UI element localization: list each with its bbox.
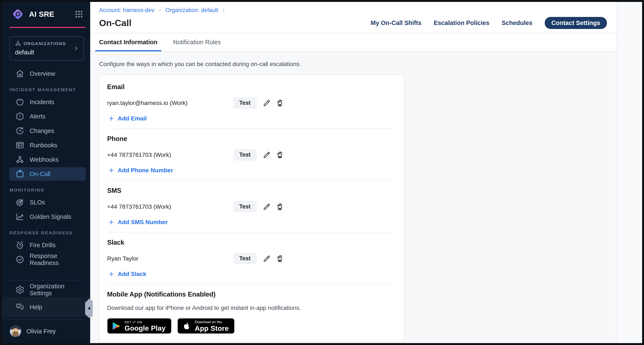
email-value: ryan.taylor@harness.io (Work) (107, 100, 233, 106)
sms-value: +44 7873761703 (Work) (107, 204, 233, 210)
pencil-icon (262, 254, 271, 263)
tab-notification-rules[interactable]: Notification Rules (169, 33, 225, 51)
phone-delete-button[interactable] (276, 151, 284, 159)
sidebar-item-label: Overview (30, 70, 55, 77)
sidebar-item-runbooks[interactable]: Runbooks (9, 138, 86, 152)
store-badges: GET IT ON Google Play Download on the Ap… (107, 318, 396, 334)
app-grid-icon[interactable] (74, 10, 84, 19)
sidebar-item-fire-drills[interactable]: Fire Drills (9, 238, 86, 252)
trash-icon (276, 202, 284, 211)
slack-edit-button[interactable] (262, 254, 271, 263)
slack-delete-button[interactable] (276, 254, 284, 263)
sidebar-item-label: Response Readiness (30, 252, 86, 266)
nav-escalation-policies[interactable]: Escalation Policies (434, 20, 490, 26)
google-play-icon (112, 322, 121, 330)
breadcrumb-account-link[interactable]: Account: harness-dev (99, 7, 154, 14)
sms-edit-button[interactable] (262, 202, 271, 211)
user-menu[interactable]: Olivia Frey (2, 322, 90, 343)
email-delete-button[interactable] (276, 99, 284, 107)
phone-section-title: Phone (107, 135, 396, 143)
nav-schedules[interactable]: Schedules (502, 20, 532, 26)
email-test-button[interactable]: Test (233, 97, 256, 109)
app-title: AI SRE (29, 10, 54, 18)
calendar-icon (15, 169, 24, 179)
slack-test-button[interactable]: Test (233, 253, 256, 264)
collapse-left-icon (87, 306, 91, 311)
google-play-tagline: GET IT ON (124, 320, 166, 324)
alarm-clock-icon (15, 240, 24, 250)
nav-my-oncall-shifts[interactable]: My On-Call Shifts (371, 20, 422, 26)
pencil-icon (262, 151, 271, 159)
sidebar-item-label: Alerts (30, 113, 45, 120)
right-rail (617, 2, 642, 343)
divider (107, 128, 396, 129)
sidebar-footer: Organization Settings ? Help Olivia Frey (2, 278, 90, 343)
app-store-tagline: Download on the (195, 320, 229, 324)
nav-contact-settings-button[interactable]: Contact Settings (545, 17, 607, 29)
phone-edit-button[interactable] (262, 151, 271, 159)
sidebar-item-webhooks[interactable]: Webhooks (9, 153, 86, 166)
avatar (10, 325, 22, 337)
sidebar-item-label: Changes (30, 128, 54, 134)
plus-icon (108, 168, 114, 173)
sidebar-item-overview[interactable]: Overview (9, 67, 86, 80)
sidebar: AI SRE ORGANIZATIONS default (2, 2, 90, 343)
gear-icon (15, 285, 24, 294)
chevron-right-icon (222, 8, 226, 12)
app-store-badge[interactable]: Download on the App Store (178, 318, 234, 334)
chevron-right-icon (73, 45, 79, 52)
email-edit-button[interactable] (262, 99, 271, 107)
breadcrumb: Account: harness-dev Organization: defau… (99, 7, 607, 14)
sidebar-item-label: On-Call (30, 170, 50, 178)
sidebar-nav: Overview INCIDENT MANAGEMENT Incidents A… (2, 66, 90, 267)
sidebar-item-golden-signals[interactable]: Golden Signals (9, 210, 86, 224)
tab-contact-information[interactable]: Contact Information (95, 33, 161, 51)
sidebar-item-incidents[interactable]: Incidents (9, 95, 86, 109)
organization-value: default (15, 49, 78, 56)
user-name: Olivia Frey (26, 328, 56, 335)
sidebar-item-label: Fire Drills (30, 242, 56, 249)
sidebar-item-response-readiness[interactable]: Response Readiness (9, 253, 86, 266)
runbook-icon (15, 140, 24, 150)
svg-text:?: ? (18, 304, 20, 307)
plus-icon (108, 271, 114, 277)
apple-icon (182, 322, 191, 330)
divider (7, 320, 85, 320)
google-play-store-name: Google Play (124, 325, 166, 332)
divider (7, 280, 85, 280)
add-slack-link[interactable]: Add Slack (108, 271, 146, 278)
add-phone-link[interactable]: Add Phone Number (108, 167, 173, 174)
page-title: On-Call (99, 18, 132, 28)
phone-test-button[interactable]: Test (233, 149, 256, 161)
phone-value: +44 7873761703 (Work) (107, 152, 233, 158)
incident-icon (15, 97, 24, 107)
trash-icon (276, 151, 284, 159)
ai-sre-logo-icon (11, 8, 24, 21)
sidebar-collapse-handle[interactable] (85, 299, 93, 318)
sidebar-item-help[interactable]: ? Help (9, 300, 86, 314)
add-email-link[interactable]: Add Email (108, 115, 147, 122)
sidebar-item-alerts[interactable]: Alerts (9, 110, 86, 123)
google-play-badge[interactable]: GET IT ON Google Play (107, 318, 172, 334)
app-logo[interactable]: AI SRE (11, 8, 54, 21)
sidebar-item-on-call[interactable]: On-Call (9, 167, 86, 181)
add-phone-label: Add Phone Number (118, 167, 173, 174)
check-circle-icon (15, 255, 24, 264)
contact-description: Configure the ways in which you can be c… (99, 61, 617, 68)
organization-selector[interactable]: ORGANIZATIONS default (10, 36, 84, 60)
sms-delete-button[interactable] (276, 202, 284, 211)
sidebar-item-label: Webhooks (30, 156, 59, 163)
breadcrumb-organization-link[interactable]: Organization: default (165, 7, 218, 14)
add-sms-link[interactable]: Add SMS Number (108, 219, 168, 226)
phone-contact-row: +44 7873761703 (Work) Test (107, 149, 396, 161)
sidebar-item-changes[interactable]: Changes (9, 124, 86, 138)
oncall-top-nav: My On-Call Shifts Escalation Policies Sc… (371, 17, 607, 29)
organizations-label: ORGANIZATIONS (24, 41, 66, 46)
sidebar-item-label: Help (30, 304, 42, 311)
sidebar-item-organization-settings[interactable]: Organization Settings (9, 283, 86, 296)
sms-test-button[interactable]: Test (233, 201, 256, 212)
sidebar-item-slos[interactable]: SLOs (9, 196, 86, 209)
sidebar-section-response-readiness: RESPONSE READINESS (10, 230, 86, 235)
alert-hexagon-icon (15, 112, 24, 121)
chevron-right-icon (158, 8, 162, 12)
